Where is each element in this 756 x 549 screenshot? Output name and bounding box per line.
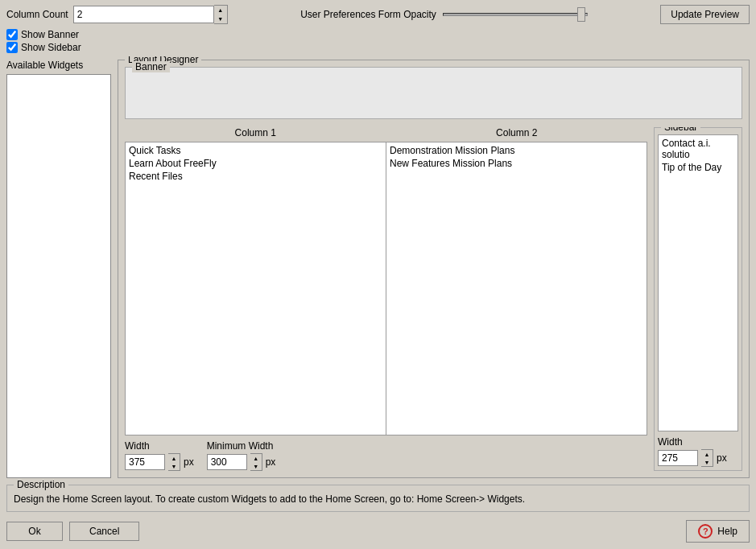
cancel-button[interactable]: Cancel [69, 522, 139, 541]
opacity-group: User Preferences Form Opacity [236, 9, 653, 20]
list-item: Learn About FreeFly [127, 157, 384, 170]
column1-width-down[interactable]: ▼ [168, 462, 180, 470]
column2-box[interactable]: Demonstration Mission Plans New Features… [386, 142, 647, 435]
sidebar-width-group: Width ▲ ▼ px [658, 436, 738, 467]
show-banner-item: Show Banner [6, 29, 750, 40]
available-widgets-title: Available Widgets [6, 60, 111, 71]
banner-label: Banner [132, 61, 170, 72]
help-icon: ? [698, 524, 713, 539]
column1-minwidth-up[interactable]: ▲ [250, 454, 262, 462]
list-item: Demonstration Mission Plans [388, 144, 645, 157]
show-banner-label: Show Banner [21, 29, 79, 40]
column-count-spinner[interactable]: ▲ ▼ [73, 5, 228, 24]
column1-box[interactable]: Quick Tasks Learn About FreeFly Recent F… [126, 142, 386, 435]
column1-width-label: Width [125, 440, 194, 452]
column1-width-group: Width ▲ ▼ px [125, 440, 194, 471]
columns-footer: Width ▲ ▼ px Minimum Width [125, 440, 647, 471]
description-group: Description Design the Home Screen layou… [6, 485, 750, 512]
sidebar-width-row: ▲ ▼ px [658, 449, 738, 467]
column1-minwidth-label: Minimum Width [207, 440, 276, 452]
sidebar-list[interactable]: Contact a.i. solutio Tip of the Day [658, 134, 738, 431]
sidebar-width-label: Width [658, 436, 738, 448]
help-label: Help [717, 526, 737, 537]
columns-area: Column 1 Column 2 Quick Tasks Learn Abou… [125, 127, 647, 471]
available-widgets-panel: Available Widgets [6, 60, 111, 478]
sidebar-width-down[interactable]: ▼ [701, 458, 713, 466]
column1-minwidth-input[interactable] [207, 454, 247, 470]
list-item: Quick Tasks [127, 144, 384, 157]
sidebar-panel-label: Sidebar [661, 127, 700, 133]
show-sidebar-item: Show Sidebar [6, 42, 750, 53]
banner-group: Banner [125, 67, 742, 119]
column1-minwidth-group: Minimum Width ▲ ▼ px [207, 440, 276, 471]
columns-grid: Quick Tasks Learn About FreeFly Recent F… [125, 142, 647, 435]
sidebar-width-spin: ▲ ▼ [701, 449, 713, 467]
description-text: Design the Home Screen layout. To create… [14, 493, 525, 505]
checkboxes-area: Show Banner Show Sidebar [0, 29, 756, 56]
column1-header: Column 1 [125, 127, 386, 138]
description-label: Description [14, 479, 68, 490]
bottom-area: Description Design the Home Screen layou… [0, 481, 756, 549]
column1-minwidth-down[interactable]: ▼ [250, 462, 262, 470]
buttons-row: Ok Cancel ? Help [6, 517, 750, 546]
show-sidebar-label: Show Sidebar [21, 42, 81, 53]
top-bar: Column Count ▲ ▼ User Preferences Form O… [0, 0, 756, 29]
list-item: Tip of the Day [660, 161, 736, 174]
list-item: Recent Files [127, 170, 384, 183]
sidebar-px-label: px [717, 452, 727, 464]
opacity-label: User Preferences Form Opacity [300, 9, 436, 20]
column-count-input[interactable] [73, 6, 214, 23]
opacity-slider-track [443, 13, 588, 16]
sidebar-width-input[interactable] [658, 450, 698, 466]
column1-minwidth-row: ▲ ▼ px [207, 453, 276, 471]
columns-sidebar-row: Column 1 Column 2 Quick Tasks Learn Abou… [125, 127, 742, 471]
sidebar-panel: Sidebar Contact a.i. solutio Tip of the … [654, 127, 742, 471]
opacity-slider-thumb[interactable] [577, 7, 585, 22]
column1-minwidth-spin: ▲ ▼ [250, 453, 262, 471]
show-sidebar-checkbox[interactable] [6, 42, 18, 53]
column1-width-up[interactable]: ▲ [168, 454, 180, 462]
column1-width-spin: ▲ ▼ [168, 453, 180, 471]
column-count-down[interactable]: ▼ [214, 14, 227, 23]
column-count-label: Column Count [6, 9, 68, 20]
columns-header: Column 1 Column 2 [125, 127, 647, 138]
show-banner-checkbox[interactable] [6, 29, 18, 40]
layout-designer: Layout Designer Banner Column 1 Column 2… [118, 60, 750, 478]
available-widgets-list[interactable] [6, 74, 111, 478]
column-count-group: Column Count ▲ ▼ [6, 5, 228, 24]
column1-px-label: px [184, 456, 194, 468]
sidebar-width-up[interactable]: ▲ [701, 450, 713, 458]
help-button[interactable]: ? Help [686, 520, 750, 543]
column-count-spin-buttons: ▲ ▼ [214, 5, 228, 24]
column1-minwidth-px: px [266, 456, 276, 468]
main-area: Available Widgets Layout Designer Banner… [0, 56, 756, 481]
list-item: Contact a.i. solutio [660, 137, 736, 161]
column2-header: Column 2 [386, 127, 648, 138]
list-item: New Features Mission Plans [388, 157, 645, 170]
column-count-up[interactable]: ▲ [214, 6, 227, 14]
column1-width-input[interactable] [125, 454, 165, 470]
column1-width-row: ▲ ▼ px [125, 453, 194, 471]
left-buttons: Ok Cancel [6, 522, 139, 541]
update-preview-button[interactable]: Update Preview [660, 5, 750, 24]
ok-button[interactable]: Ok [6, 522, 63, 541]
